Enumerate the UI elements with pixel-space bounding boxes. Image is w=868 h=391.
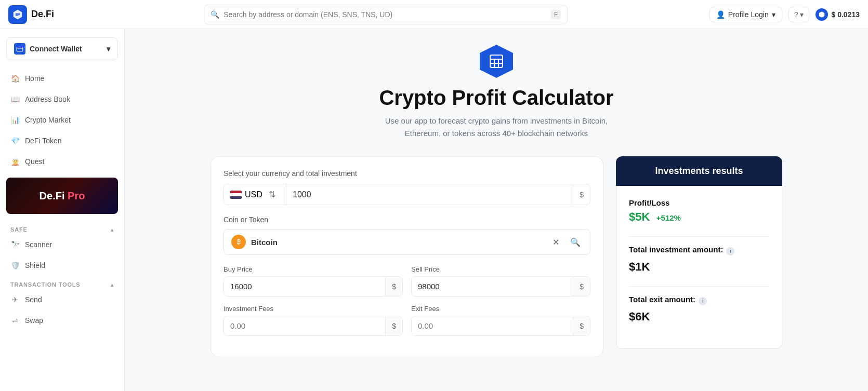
chart-bar-icon: 📊 [10,115,20,125]
investment-results-panel: Investments results Profit/Loss $5K +512… [616,156,782,357]
defi-pro-pro-text: Pro [68,190,85,202]
help-dropdown-arrow: ▾ [800,10,804,19]
wallet-icon [14,43,25,55]
results-header: Investments results [616,156,782,186]
question-icon: ? [794,10,798,19]
divider-1 [629,236,769,237]
total-exit-result: Total exit amount: i $6K [629,295,769,323]
logo-icon [8,5,27,24]
sidebar-item-crypto-market[interactable]: 📊 Crypto Market [4,110,120,130]
currency-section-label: Select your currency and total investmen… [223,169,590,178]
buy-price-input-wrap: $ [223,276,403,296]
tx-tools-section-chevron[interactable] [111,282,114,288]
currency-label-text: USD [245,190,262,199]
search-bar[interactable]: 🔍 F [204,5,568,24]
clear-coin-button[interactable]: ✕ [548,235,563,249]
sell-price-field: Sell Price $ [411,265,590,296]
investment-amount-input[interactable] [286,185,573,205]
calculator-hex-icon [480,45,513,78]
swap-icon: ⇌ [10,316,20,325]
total-investment-value: $1K [629,260,769,274]
buy-price-dollar: $ [385,277,402,296]
profit-loss-label: Profit/Loss [629,198,769,207]
sidebar-item-defi-token[interactable]: 💎 DeFi Token [4,131,120,151]
total-investment-label: Total investment amount: [629,245,723,254]
defi-pro-defi-text: De.Fi [40,190,65,202]
defi-pro-banner[interactable]: De.Fi Pro [6,178,118,214]
profit-percentage: +512% [656,213,681,222]
sell-price-label: Sell Price [411,265,590,273]
shield-icon: 🛡️ [10,261,20,270]
search-badge: F [551,10,561,19]
dropdown-arrow-icon: ▾ [772,10,775,19]
send-icon: ✈ [10,295,20,304]
total-investment-result: Total investment amount: i $1K [629,245,769,274]
quest-icon: 🧝 [10,157,20,166]
divider-2 [629,286,769,287]
coin-selector[interactable]: ₿ Bitcoin ✕ 🔍 [223,229,590,255]
exit-fees-input[interactable] [412,316,573,335]
investment-fees-input[interactable] [224,316,385,335]
logo: De.Fi [8,5,133,24]
safe-section-label: SAFE [0,220,124,235]
investment-dollar-sign: $ [573,185,590,204]
tx-nav: ✈ Send ⇌ Swap [0,290,124,330]
sidebar: Connect Wallet ▾ 🏠 Home 📖 Address Book 📊… [0,29,125,391]
top-header: De.Fi 🔍 F 👤 Profile Login ▾ ? ▾ $ 0.0213 [0,0,868,29]
sidebar-item-address-book[interactable]: 📖 Address Book [4,89,120,109]
total-exit-value: $6K [629,310,769,323]
exit-fees-label: Exit Fees [411,305,590,313]
scanner-icon: 🔭 [10,240,20,249]
connect-wallet-button[interactable]: Connect Wallet ▾ [6,37,118,60]
profile-login-button[interactable]: 👤 Profile Login ▾ [709,7,782,22]
defi-token-icon [816,8,828,21]
investment-fees-input-wrap: $ [223,316,403,336]
home-icon: 🏠 [10,74,20,83]
calculator-inputs: Select your currency and total investmen… [211,156,603,357]
sidebar-item-shield[interactable]: 🛡️ Shield [4,255,120,275]
buy-price-label: Buy Price [223,265,403,273]
exit-fees-field: Exit Fees $ [411,305,590,336]
sidebar-item-quest[interactable]: 🧝 Quest [4,152,120,171]
sidebar-item-send[interactable]: ✈ Send [4,290,120,309]
search-coin-button[interactable]: 🔍 [568,235,583,249]
investment-fees-dollar: $ [385,317,402,335]
total-investment-label-row: Total investment amount: i [629,245,769,257]
sidebar-item-home[interactable]: 🏠 Home [4,69,120,88]
currency-row: USD ⇅ $ [223,184,590,205]
exit-fees-dollar: $ [573,317,590,335]
buy-price-field: Buy Price $ [223,265,403,296]
currency-chevron: ⇅ [269,190,275,199]
sell-price-input-wrap: $ [411,276,590,296]
logo-text: De.Fi [31,9,54,20]
safe-section-chevron[interactable] [111,227,114,233]
token-price: $ 0.0213 [816,8,860,21]
svg-rect-0 [17,47,23,51]
buy-price-input[interactable] [224,277,385,296]
svg-rect-1 [490,55,503,68]
calculator-subtitle: Use our app to forecast crypto gains fro… [211,115,782,140]
coin-actions: ✕ 🔍 [548,235,583,249]
coin-name-text: Bitcoin [251,238,543,247]
sidebar-item-scanner[interactable]: 🔭 Scanner [4,235,120,254]
investment-fees-label: Investment Fees [223,305,403,313]
total-investment-info-icon[interactable]: i [726,247,734,255]
fees-row: Investment Fees $ Exit Fees $ [223,305,590,336]
bitcoin-icon: ₿ [231,235,246,249]
sell-price-input[interactable] [412,277,573,296]
main-layout: Connect Wallet ▾ 🏠 Home 📖 Address Book 📊… [0,29,868,391]
tx-tools-section-label: TRANSACTION TOOLS [0,275,124,290]
search-input[interactable] [223,10,547,19]
calculator-title: Crypto Profit Calculator [211,86,782,110]
currency-select[interactable]: USD ⇅ [224,184,286,205]
profit-value: $5K [629,210,650,223]
sidebar-item-swap[interactable]: ⇌ Swap [4,311,120,330]
exit-fees-input-wrap: $ [411,316,590,336]
total-exit-info-icon[interactable]: i [699,297,707,305]
help-button[interactable]: ? ▾ [788,7,810,22]
connect-wallet-arrow: ▾ [107,45,110,53]
sidebar-nav: 🏠 Home 📖 Address Book 📊 Crypto Market 💎 … [0,69,124,171]
profit-loss-result: Profit/Loss $5K +512% [629,198,769,224]
search-icon: 🔍 [211,10,219,19]
usd-flag-icon [230,191,242,199]
